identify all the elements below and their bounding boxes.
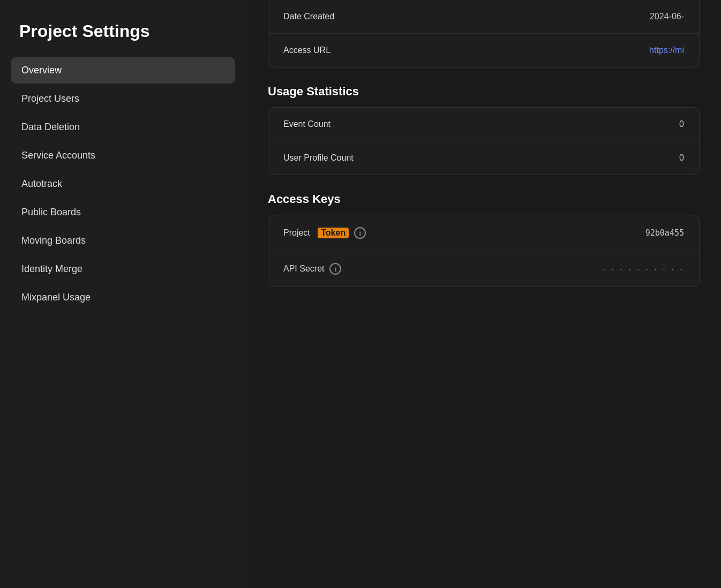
sidebar-item-service-accounts[interactable]: Service Accounts	[11, 142, 235, 169]
access-url-value[interactable]: https://mi	[649, 46, 684, 55]
date-created-value: 2024-06-	[650, 12, 684, 21]
project-token-value: 92b0a455	[645, 228, 684, 238]
project-token-label: Project Token i	[283, 227, 366, 239]
top-card: Date Created 2024-06- Access URL https:/…	[268, 0, 700, 67]
event-count-row: Event Count 0	[268, 108, 699, 141]
sidebar-item-project-users[interactable]: Project Users	[11, 86, 235, 112]
access-keys-title: Access Keys	[268, 192, 700, 206]
page-title: Project Settings	[11, 21, 235, 41]
usage-statistics-card: Event Count 0 User Profile Count 0	[268, 107, 700, 175]
project-token-row: Project Token i 92b0a455	[268, 215, 699, 251]
access-keys-card: Project Token i 92b0a455 API Secret i · …	[268, 215, 700, 287]
event-count-label: Event Count	[283, 119, 331, 129]
api-secret-row: API Secret i · · · · · · · · · ·	[268, 251, 699, 287]
date-created-row: Date Created 2024-06-	[268, 0, 699, 34]
user-profile-count-label: User Profile Count	[283, 153, 354, 163]
sidebar-nav: OverviewProject UsersData DeletionServic…	[11, 57, 235, 313]
api-secret-info-icon[interactable]: i	[329, 263, 341, 275]
sidebar: Project Settings OverviewProject UsersDa…	[0, 0, 246, 588]
project-token-prefix: Project	[283, 228, 312, 238]
main-content: Date Created 2024-06- Access URL https:/…	[246, 0, 721, 588]
sidebar-item-autotrack[interactable]: Autotrack	[11, 171, 235, 197]
sidebar-item-identity-merge[interactable]: Identity Merge	[11, 256, 235, 282]
user-profile-count-value: 0	[679, 153, 684, 163]
project-token-info-icon[interactable]: i	[354, 227, 366, 239]
api-secret-text: API Secret	[283, 264, 324, 274]
api-secret-value: · · · · · · · · · ·	[603, 263, 684, 275]
date-created-label: Date Created	[283, 12, 334, 21]
sidebar-item-public-boards[interactable]: Public Boards	[11, 199, 235, 225]
event-count-value: 0	[679, 119, 684, 129]
sidebar-item-overview[interactable]: Overview	[11, 57, 235, 84]
sidebar-item-data-deletion[interactable]: Data Deletion	[11, 114, 235, 140]
access-url-label: Access URL	[283, 46, 331, 55]
user-profile-count-row: User Profile Count 0	[268, 141, 699, 175]
sidebar-item-moving-boards[interactable]: Moving Boards	[11, 228, 235, 254]
api-secret-label: API Secret i	[283, 263, 341, 275]
token-highlight: Token	[318, 228, 349, 238]
access-url-row: Access URL https://mi	[268, 34, 699, 67]
sidebar-item-mixpanel-usage[interactable]: Mixpanel Usage	[11, 284, 235, 311]
usage-statistics-title: Usage Statistics	[268, 85, 700, 99]
